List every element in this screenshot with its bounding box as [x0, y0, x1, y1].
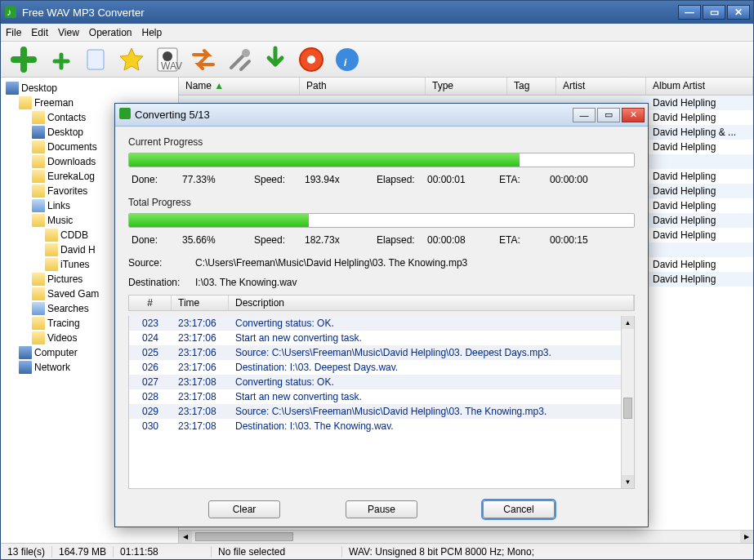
status-selection: No file selected — [212, 546, 342, 558]
menu-operation[interactable]: Operation — [89, 27, 132, 38]
current-eta: 00:00:00 — [550, 174, 615, 185]
tree-desktop[interactable]: Desktop — [2, 81, 176, 96]
cell-albumartist: David Helpling — [646, 184, 753, 198]
sort-up-icon: ▲ — [214, 80, 224, 91]
current-elapsed: 00:00:01 — [427, 174, 493, 185]
log-body[interactable]: 02323:17:06Converting status: OK.02423:1… — [128, 316, 635, 489]
output-format-button[interactable]: WAV — [151, 43, 184, 76]
destination-path: I:\03. The Knowing.wav — [195, 277, 297, 288]
status-filecount: 13 file(s) — [1, 546, 52, 558]
download-button[interactable] — [259, 43, 292, 76]
status-duration: 01:11:58 — [114, 546, 212, 558]
svg-point-9 — [336, 48, 359, 71]
cell-albumartist: David Helpling — [646, 258, 753, 271]
maximize-button[interactable]: ▭ — [703, 5, 725, 20]
close-button[interactable]: ✕ — [727, 5, 750, 20]
status-format: WAV: Unsigned 8 bit PCM 8000 Hz; Mono; — [342, 546, 753, 558]
scroll-left-icon[interactable]: ◀ — [179, 531, 192, 543]
open-folder-button[interactable] — [79, 43, 112, 76]
source-path: C:\Users\Freeman\Music\David Helpling\03… — [195, 257, 467, 269]
app-title: Free WAV MP3 Converter — [22, 7, 678, 19]
menu-view[interactable]: View — [58, 27, 79, 38]
dialog-icon — [118, 107, 132, 122]
cell-albumartist — [646, 249, 753, 251]
col-artist[interactable]: Artist — [556, 78, 646, 95]
log-row[interactable]: 02423:17:06Start an new converting task. — [129, 331, 634, 345]
cell-albumartist: David Helpling — [646, 199, 753, 212]
help-button[interactable] — [295, 43, 328, 76]
cell-albumartist: David Helpling — [646, 96, 753, 109]
current-progress-label: Current Progress — [128, 136, 635, 148]
svg-text:♪: ♪ — [7, 7, 11, 18]
col-path[interactable]: Path — [300, 78, 426, 95]
titlebar[interactable]: ♪ Free WAV MP3 Converter — ▭ ✕ — [1, 1, 753, 24]
info-button[interactable]: i — [331, 43, 364, 76]
cell-albumartist: David Helpling — [646, 111, 753, 124]
svg-point-8 — [307, 56, 315, 64]
dialog-maximize-button[interactable]: ▭ — [597, 108, 620, 122]
cell-albumartist: David Helpling — [646, 229, 753, 242]
dialog-titlebar[interactable]: Converting 5/13 — ▭ ✕ — [115, 104, 648, 127]
current-speed: 193.94x — [305, 174, 370, 185]
total-progress-bar — [128, 213, 635, 228]
logcol-description[interactable]: Description — [229, 296, 634, 310]
col-tag[interactable]: Tag — [507, 78, 556, 95]
add-button[interactable] — [7, 43, 40, 76]
svg-point-6 — [242, 49, 250, 57]
toolbar: WAV i — [1, 42, 753, 78]
settings-button[interactable] — [223, 43, 256, 76]
cell-albumartist: David Helpling — [646, 170, 753, 183]
cell-albumartist: David Helpling & ... — [646, 126, 753, 139]
cell-albumartist: David Helpling — [646, 273, 753, 286]
log-row[interactable]: 02523:17:06Source: C:\Users\Freeman\Musi… — [129, 345, 634, 360]
col-type[interactable]: Type — [426, 78, 507, 95]
total-elapsed: 00:00:08 — [427, 234, 493, 246]
total-speed: 182.73x — [305, 234, 370, 246]
scroll-up-icon[interactable]: ▲ — [622, 316, 634, 329]
cancel-button[interactable]: Cancel — [483, 500, 555, 518]
favorite-button[interactable] — [115, 43, 148, 76]
pause-button[interactable]: Pause — [346, 500, 417, 518]
current-done: 77.33% — [182, 174, 248, 185]
menu-help[interactable]: Help — [142, 27, 163, 38]
log-header: # Time Description — [128, 295, 635, 311]
dialog-title: Converting 5/13 — [132, 109, 571, 121]
logcol-number[interactable]: # — [129, 296, 172, 310]
menu-file[interactable]: File — [6, 27, 21, 38]
scroll-down-icon[interactable]: ▼ — [622, 475, 634, 488]
log-row[interactable]: 02623:17:06Destination: I:\03. Deepest D… — [129, 360, 634, 375]
current-stats: Done:77.33% Speed:193.94x Elapsed:00:00:… — [128, 172, 635, 190]
cell-albumartist: David Helpling — [646, 140, 753, 153]
menu-edit[interactable]: Edit — [31, 27, 48, 38]
log-scroll-thumb[interactable] — [623, 398, 632, 419]
log-row[interactable]: 03023:17:08Destination: I:\03. The Knowi… — [129, 419, 634, 433]
scroll-right-icon[interactable]: ▶ — [740, 531, 753, 543]
logcol-time[interactable]: Time — [172, 296, 229, 310]
dialog-close-button[interactable]: ✕ — [622, 108, 645, 122]
add-file-button[interactable] — [43, 43, 76, 76]
minimize-button[interactable]: — — [678, 5, 701, 20]
convert-button[interactable] — [187, 43, 220, 76]
scroll-thumb[interactable] — [195, 532, 293, 541]
total-done: 35.66% — [182, 234, 248, 246]
cell-albumartist — [646, 161, 753, 162]
col-name[interactable]: Name ▲ — [179, 78, 300, 95]
converting-dialog: Converting 5/13 — ▭ ✕ Current Progress D… — [114, 103, 649, 527]
current-progress-bar — [128, 153, 635, 167]
total-progress-label: Total Progress — [128, 197, 635, 208]
log-row[interactable]: 02823:17:08Start an new converting task. — [129, 389, 634, 404]
col-albumartist[interactable]: Album Artist — [646, 78, 753, 95]
total-eta: 00:00:15 — [550, 234, 615, 246]
log-scrollbar[interactable]: ▲ ▼ — [621, 316, 634, 488]
dialog-minimize-button[interactable]: — — [573, 108, 596, 122]
destination-label: Destination: — [128, 277, 195, 288]
list-header: Name ▲ Path Type Tag Artist Album Artist — [179, 78, 753, 96]
horizontal-scrollbar[interactable]: ◀ ▶ — [179, 530, 753, 543]
log-row[interactable]: 02323:17:06Converting status: OK. — [129, 316, 634, 331]
menu-bar: File Edit View Operation Help — [1, 24, 753, 42]
log-row[interactable]: 02723:17:08Converting status: OK. — [129, 375, 634, 389]
clear-button[interactable]: Clear — [208, 500, 280, 518]
status-bar: 13 file(s) 164.79 MB 01:11:58 No file se… — [1, 543, 753, 559]
total-stats: Done:35.66% Speed:182.73x Elapsed:00:00:… — [128, 233, 635, 251]
log-row[interactable]: 02923:17:08Source: C:\Users\Freeman\Musi… — [129, 404, 634, 419]
